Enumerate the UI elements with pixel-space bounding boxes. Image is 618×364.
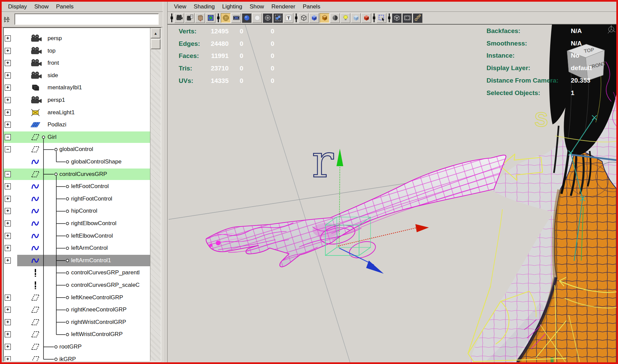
shade-selected-button[interactable] xyxy=(273,13,283,23)
expand-toggle[interactable]: + xyxy=(5,72,11,79)
expand-toggle[interactable]: + xyxy=(5,60,11,66)
expand-toggle[interactable]: + xyxy=(5,344,11,350)
tree-row-globalControlShape[interactable]: globalControlShape xyxy=(4,156,150,168)
expand-toggle[interactable]: + xyxy=(5,183,11,189)
viewport-canvas[interactable]: r xyxy=(168,24,616,362)
tree-row-side[interactable]: +side xyxy=(4,69,150,82)
left-arm-mesh[interactable] xyxy=(206,155,506,267)
tree-row-leftKneeControlGRP[interactable]: +leftKneeControlGRP xyxy=(4,292,150,304)
tree-row-rightKneeControlGRP[interactable]: +rightKneeControlGRP xyxy=(4,304,150,316)
menu-view[interactable]: View xyxy=(170,3,190,11)
collapse-toggle[interactable]: − xyxy=(5,146,11,152)
wireframe-display-button[interactable] xyxy=(221,13,231,23)
tree-row-persp[interactable]: +persp xyxy=(4,32,150,45)
scroll-up-button[interactable]: ▲ xyxy=(151,28,160,38)
tree-row-mentalrayIbl1[interactable]: +mentalrayIbl1 xyxy=(4,82,150,94)
menu-panels[interactable]: Panels xyxy=(299,3,324,11)
textured-display-button[interactable]: T xyxy=(284,13,293,23)
wireframe-cube-button[interactable] xyxy=(299,13,308,23)
tree-row-controlCurvesGRP[interactable]: −controlCurvesGRP xyxy=(4,168,150,181)
expand-toggle[interactable]: + xyxy=(5,122,11,128)
bounding-box-cube-button[interactable] xyxy=(361,13,371,23)
hud-row-selectedobjects: Selected Objects: 1 xyxy=(487,89,616,98)
expand-toggle[interactable]: + xyxy=(5,319,11,325)
expand-toggle[interactable]: + xyxy=(5,97,11,103)
expand-toggle[interactable]: + xyxy=(5,245,11,251)
panel-divider[interactable] xyxy=(163,2,168,362)
menu-shading[interactable]: Shading xyxy=(190,3,218,11)
collapse-toggle[interactable]: − xyxy=(5,134,11,140)
bounding-box-icon xyxy=(264,14,271,22)
tree-row-globalControl[interactable]: −globalControl xyxy=(4,143,150,156)
tree-row-front[interactable]: +front xyxy=(4,57,150,69)
tree-row-ikGRP[interactable]: +ikGRP xyxy=(4,353,150,362)
menu-show[interactable]: Show xyxy=(31,3,53,11)
tree-row-leftFootControl[interactable]: +leftFootControl xyxy=(4,180,150,193)
expand-toggle[interactable]: + xyxy=(5,331,11,337)
select-camera-button[interactable] xyxy=(174,13,184,23)
tree-row-leftArmControl1[interactable]: +leftArmControl1 xyxy=(4,254,150,267)
smooth-shade-all-button[interactable] xyxy=(242,13,252,23)
film-gate-button[interactable] xyxy=(231,13,241,23)
filter-icon[interactable] xyxy=(3,15,13,24)
expand-toggle[interactable]: + xyxy=(5,208,11,214)
hud-label: Backfaces: xyxy=(487,27,520,35)
tree-row-hipControl[interactable]: +hipControl xyxy=(4,205,150,217)
xray-display-button[interactable] xyxy=(392,13,402,23)
isolate-select-button[interactable] xyxy=(377,13,386,23)
tree-row-leftWristControlGRP[interactable]: +leftWristControlGRP xyxy=(4,328,150,341)
curve-letter-s[interactable]: S xyxy=(534,108,548,131)
flat-shaded-cube-button[interactable] xyxy=(351,13,361,23)
tree-row-controlCurvesGRP_scaleC[interactable]: controlCurvesGRP_scaleC xyxy=(4,279,150,292)
outliner-search-input[interactable] xyxy=(14,13,159,25)
joint-xray-button[interactable] xyxy=(413,13,422,23)
expand-toggle[interactable]: + xyxy=(5,257,11,264)
bookmarks-button[interactable] xyxy=(195,13,205,23)
expand-toggle[interactable]: + xyxy=(5,233,11,239)
tree-row-rightFootControl[interactable]: +rightFootControl xyxy=(4,193,150,205)
menu-lighting[interactable]: Lighting xyxy=(218,3,246,11)
expand-toggle[interactable]: + xyxy=(5,307,11,313)
hud-value: 23710 xyxy=(200,65,229,72)
tree-row-leftElbowControl[interactable]: +leftElbowControl xyxy=(4,230,150,242)
bounding-box-button[interactable] xyxy=(263,13,272,23)
tree-row-rightWristControlGRP[interactable]: +rightWristControlGRP xyxy=(4,316,150,329)
expand-toggle[interactable]: + xyxy=(5,356,11,362)
resolution-gate-button[interactable] xyxy=(402,13,412,23)
smooth-shaded-cube-button[interactable] xyxy=(309,13,319,23)
tree-row-areaLight1[interactable]: +areaLight1 xyxy=(4,107,150,119)
menu-panels[interactable]: Panels xyxy=(52,3,77,11)
curve-letter-r[interactable]: r xyxy=(312,135,334,188)
tree-row-controlCurvesGRP_parentl[interactable]: controlCurvesGRP_parentl xyxy=(4,267,150,279)
tree-row-leftArmControl[interactable]: +leftArmControl xyxy=(4,242,150,254)
tree-row-persp1[interactable]: +persp1 xyxy=(4,94,150,107)
menu-display[interactable]: Display xyxy=(4,3,31,11)
transform-node-icon xyxy=(28,145,43,154)
expand-toggle[interactable]: + xyxy=(5,48,11,54)
expand-toggle[interactable]: + xyxy=(5,35,11,41)
use-default-material-button[interactable] xyxy=(330,13,340,23)
tree-row-top[interactable]: +top xyxy=(4,45,150,57)
image-plane-button[interactable] xyxy=(206,13,215,23)
expand-toggle[interactable]: + xyxy=(5,196,11,202)
camera-attributes-button[interactable] xyxy=(185,13,195,23)
expand-toggle[interactable]: + xyxy=(5,220,11,226)
lights-button[interactable] xyxy=(341,13,350,23)
menu-show[interactable]: Show xyxy=(246,3,268,11)
tree-row-rootGRP[interactable]: +rootGRP xyxy=(4,341,150,353)
scroll-thumb[interactable] xyxy=(151,39,160,49)
expand-toggle[interactable]: + xyxy=(5,295,11,301)
tree-row-rightElbowControl[interactable]: +rightElbowControl xyxy=(4,217,150,230)
textured-cube-button[interactable] xyxy=(320,13,329,23)
menu-renderer[interactable]: Renderer xyxy=(268,3,299,11)
expand-toggle[interactable]: + xyxy=(5,110,11,116)
node-label: ikGRP xyxy=(59,353,76,362)
collapse-toggle[interactable]: − xyxy=(5,171,11,177)
hud-label: Distance From Camera: xyxy=(487,77,558,84)
flat-shade-all-button[interactable] xyxy=(252,13,262,23)
transform-node-icon xyxy=(28,342,43,352)
expand-toggle[interactable]: + xyxy=(5,85,11,91)
tree-row-Podlazi[interactable]: +Podlazi xyxy=(4,119,150,131)
outliner-scrollbar[interactable]: ▲ xyxy=(150,28,161,361)
tree-row-Girl[interactable]: −Girl xyxy=(4,131,150,144)
